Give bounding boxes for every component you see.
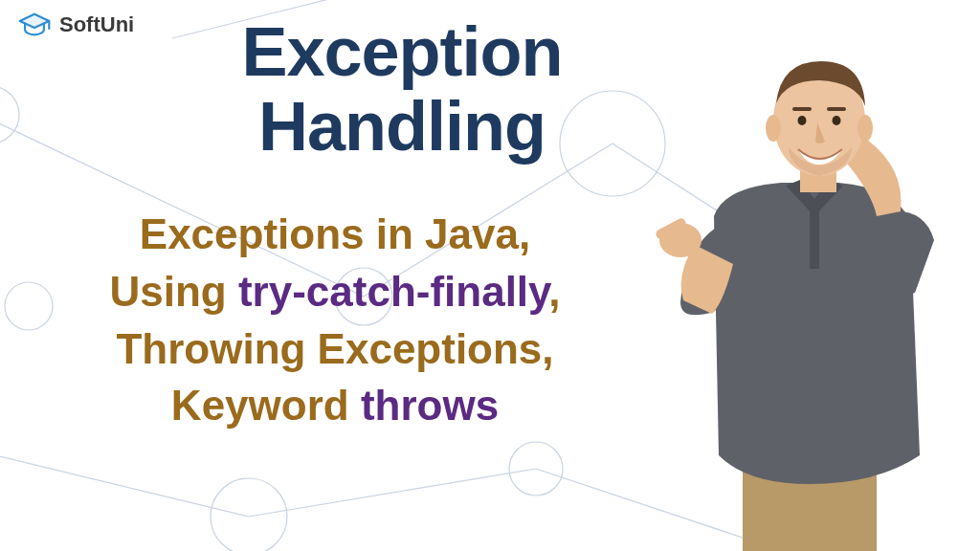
subtitle-line-1: Exceptions in Java, — [38, 206, 632, 263]
svg-point-23 — [766, 115, 781, 142]
presenter-photo — [628, 15, 972, 551]
brand-name: SoftUni — [59, 12, 134, 37]
title-line-2: Handling — [191, 90, 612, 165]
graduation-cap-icon — [17, 11, 52, 38]
svg-point-24 — [858, 115, 873, 142]
svg-rect-26 — [827, 107, 846, 111]
subtitle-line-3: Throwing Exceptions, — [38, 320, 632, 378]
svg-point-13 — [0, 86, 19, 143]
title-line-1: Exception — [191, 15, 612, 90]
svg-rect-25 — [792, 107, 812, 111]
svg-point-28 — [833, 116, 841, 125]
svg-line-4 — [249, 469, 536, 517]
subtitle-line-4: Keyword throws — [38, 377, 632, 434]
brand-logo: SoftUni — [17, 11, 134, 38]
svg-point-9 — [211, 478, 287, 551]
svg-rect-16 — [810, 211, 819, 269]
subtitle-line-2: Using try-catch-finally, — [38, 263, 632, 320]
slide-title: Exception Handling — [191, 15, 612, 165]
svg-point-27 — [798, 116, 807, 125]
slide-subtitle: Exceptions in Java, Using try-catch-fina… — [38, 206, 632, 434]
